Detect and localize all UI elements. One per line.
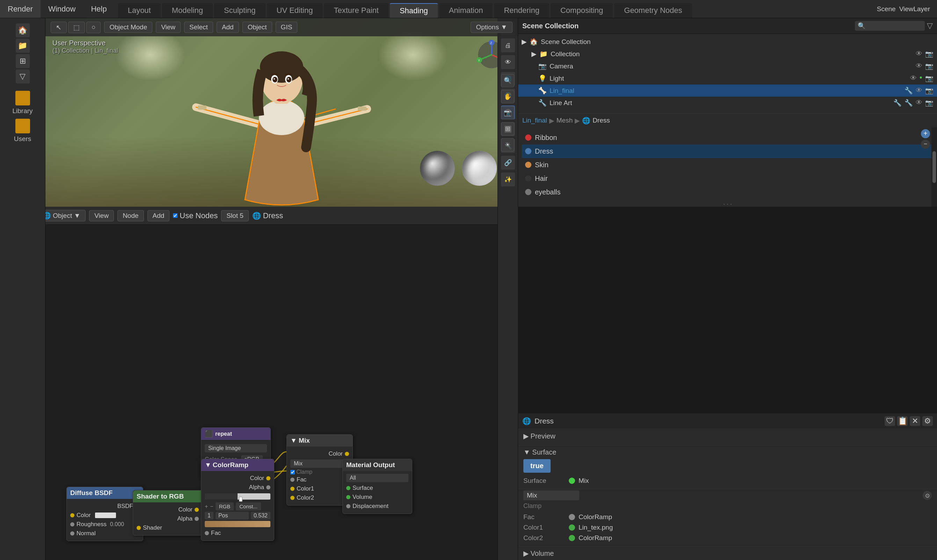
add-menu[interactable]: Add <box>217 22 239 33</box>
help-menu[interactable]: Help <box>83 0 114 18</box>
lin-render-icon[interactable]: 📷 <box>925 86 934 95</box>
window-menu[interactable]: Window <box>40 0 83 18</box>
str-alpha-socket[interactable] <box>194 517 199 521</box>
use-nodes-checkbox[interactable] <box>173 213 177 218</box>
la-icon1[interactable]: 🔧 <box>893 99 902 107</box>
filter-icon[interactable]: ▽ <box>927 21 933 30</box>
roughness-in-socket[interactable] <box>70 522 74 526</box>
view-menu[interactable]: View <box>156 22 180 33</box>
tree-line-art[interactable]: 🔧 Line Art 🔧 🔧 👁 📷 <box>518 97 937 109</box>
camera-btn[interactable]: 📷 <box>501 106 514 119</box>
surface-title[interactable]: ▼ Surface <box>523 448 932 456</box>
tree-lin-final[interactable]: 🦴 Lin_final 🔧 👁 📷 <box>518 85 937 97</box>
normal-in-socket[interactable] <box>70 531 74 535</box>
filter-icon[interactable]: ▽ <box>16 69 30 83</box>
image-type-dropdown[interactable]: Single Image <box>205 444 267 452</box>
view-props-icon[interactable]: 👁 <box>501 55 515 69</box>
diffuse-bsdf-node[interactable]: Diffuse BSDF BSDF Color Roughness 0.000 <box>66 487 143 541</box>
circle-select-btn[interactable]: ○ <box>86 22 101 33</box>
cr-add-stop[interactable]: + <box>205 503 208 510</box>
str-shader-socket[interactable] <box>137 526 141 530</box>
la-vis-icon[interactable]: 👁 <box>916 99 922 107</box>
tab-compositing[interactable]: Compositing <box>550 3 613 18</box>
output-props-icon[interactable]: 🖨 <box>501 38 515 52</box>
preview-title[interactable]: ▶ Preview <box>523 432 932 440</box>
mix-type-dropdown[interactable]: Mix <box>523 491 579 500</box>
select-menu[interactable]: Select <box>184 22 213 33</box>
camera-vis-icon[interactable]: 👁 <box>916 62 922 70</box>
color-swatch[interactable] <box>95 512 116 518</box>
mode-selector[interactable]: Object Mode <box>104 22 152 33</box>
matout-surface-socket[interactable] <box>346 486 350 490</box>
la-icon2[interactable]: 🔧 <box>905 99 913 107</box>
fac-value[interactable]: ColorRamp <box>579 513 612 521</box>
tree-collection[interactable]: ▶ 📁 Collection 👁 📷 <box>518 48 937 60</box>
tab-animation[interactable]: Animation <box>439 3 493 18</box>
material-list-scrollbar[interactable] <box>931 128 937 207</box>
matout-volume-socket[interactable] <box>346 495 350 499</box>
mix-clamp-check[interactable] <box>290 470 295 474</box>
material-dress[interactable]: Dress <box>522 145 934 158</box>
mix-c1-socket[interactable] <box>290 487 294 491</box>
mix-type-select[interactable]: Mix <box>290 460 349 468</box>
la-render-icon[interactable]: 📷 <box>925 99 934 107</box>
cr-index[interactable]: 1 <box>205 512 213 520</box>
nav-icon[interactable]: 📁 <box>16 39 30 53</box>
material-hair[interactable]: Hair <box>522 172 934 185</box>
ne-view-menu[interactable]: View <box>89 210 114 222</box>
mix-color-socket[interactable] <box>345 452 349 456</box>
light-render-icon[interactable]: 📷 <box>925 74 934 82</box>
pan-btn[interactable]: ✋ <box>501 90 514 103</box>
tree-light[interactable]: 💡 Light 👁 ● 📷 <box>518 72 937 85</box>
options-btn[interactable]: Options ▼ <box>471 22 513 33</box>
zoom-in-btn[interactable]: 🔍 <box>501 74 514 87</box>
constraints-props-icon[interactable]: 🔗 <box>501 156 515 170</box>
vis-icon[interactable]: 👁 <box>916 50 922 58</box>
ne-add-menu[interactable]: Add <box>148 210 170 222</box>
mat-shield-btn[interactable]: 🛡 <box>885 416 895 426</box>
matout-displacement-socket[interactable] <box>346 504 350 508</box>
tab-uv-editing[interactable]: UV Editing <box>267 3 323 18</box>
mat-close-btn[interactable]: ✕ <box>910 416 920 426</box>
tab-rendering[interactable]: Rendering <box>494 3 549 18</box>
color2-value[interactable]: ColorRamp <box>579 534 612 542</box>
gis-menu[interactable]: GIS <box>276 22 297 33</box>
render-menu[interactable]: Render <box>0 0 40 18</box>
particles-props-icon[interactable]: ✨ <box>501 172 515 186</box>
ne-node-menu[interactable]: Node <box>117 210 143 222</box>
mix-c2-socket[interactable] <box>290 496 294 500</box>
mat-output-type[interactable]: All <box>346 474 408 482</box>
cr-mode[interactable]: Const... <box>236 502 261 511</box>
colorramp-bar2[interactable] <box>205 521 270 527</box>
color1-value[interactable]: Lin_tex.png <box>579 524 613 531</box>
tab-geometry-nodes[interactable]: Geometry Nodes <box>614 3 692 18</box>
grid-icon[interactable]: ⊞ <box>16 54 30 68</box>
material-skin[interactable]: Skin <box>522 158 934 172</box>
cr-interpolation[interactable]: RGB <box>216 502 234 511</box>
roughness-value[interactable]: 0.000 <box>110 521 124 528</box>
box-select-btn[interactable]: ⬚ <box>68 22 85 33</box>
cr-color-socket[interactable] <box>266 476 270 480</box>
material-eyeballs[interactable]: eyeballs <box>522 185 934 199</box>
grid-btn[interactable]: ⊞ <box>501 122 514 135</box>
cr-fac-socket[interactable] <box>205 531 209 535</box>
cr-pos-btn[interactable]: Pos <box>216 512 249 520</box>
sidebar-users[interactable]: Users <box>9 118 37 143</box>
colorramp-node[interactable]: ▼ ColorRamp Color Alpha + <box>201 459 274 541</box>
cr-alpha-socket[interactable] <box>266 485 270 489</box>
tree-camera[interactable]: 📷 Camera 👁 📷 <box>518 60 937 72</box>
colorramp-bar[interactable] <box>205 493 270 500</box>
use-nodes-btn[interactable]: true <box>523 459 550 473</box>
render-icon[interactable]: 📷 <box>925 50 934 58</box>
mat-copy-btn[interactable]: 📋 <box>897 416 908 426</box>
cr-remove-stop[interactable]: − <box>210 503 213 510</box>
select-tool-btn[interactable]: ↖ <box>51 22 67 33</box>
cr-pos-value[interactable]: 0.532 <box>251 512 270 520</box>
nav-icon[interactable]: 🏠 <box>16 23 30 37</box>
colorramp-stop[interactable] <box>239 497 242 502</box>
mix-fac-socket[interactable] <box>290 478 294 482</box>
remove-material-btn[interactable]: − <box>921 140 930 149</box>
shader-to-rgb-node[interactable]: Shader to RGB Color Alpha Shader <box>133 490 203 535</box>
slot-selector[interactable]: Slot 5 <box>221 210 249 222</box>
str-color-socket[interactable] <box>194 508 199 512</box>
